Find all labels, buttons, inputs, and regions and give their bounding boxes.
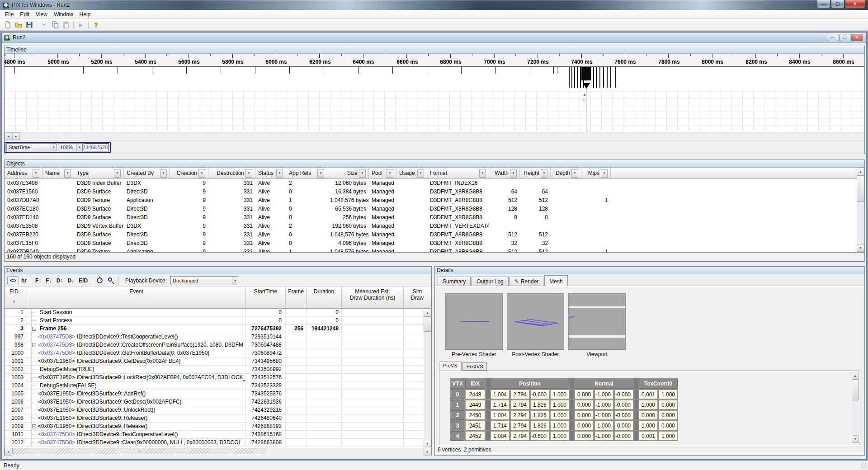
filter-dropdown-icon[interactable] [601,169,608,178]
event-row[interactable]: 1009 <0x037E1950> IDirect3DSurface9::Rel… [5,423,431,431]
objects-column-header[interactable]: Created By [124,168,170,179]
expand-toggle-icon[interactable] [32,361,36,362]
filter-dropdown-icon[interactable] [245,169,252,178]
objects-column-header[interactable]: Size [327,168,369,179]
measured-column-header[interactable]: Measured Est.Draw Duration (ns) [342,287,404,308]
filter-dropdown-icon[interactable] [417,169,424,178]
table-row[interactable]: 0x037E1560D3D9 Surface Direct3D9331 Aliv… [5,188,864,196]
filter-dropdown-icon[interactable] [33,169,39,178]
menu-item[interactable]: Help [76,10,94,19]
table-row[interactable]: 0x037E3508D3D9 Vertex Buffer D3DX9331 Al… [5,222,864,230]
table-row[interactable]: 0x037E15F0D3D9 Surface Direct3D9331 Aliv… [5,239,864,248]
chevron-down-icon[interactable] [232,277,238,285]
filter-dropdown-icon[interactable] [359,169,366,178]
scroll-up-button[interactable] [424,309,431,316]
scroll-up-button[interactable] [857,168,864,175]
copy-pages-icon[interactable] [50,20,61,30]
nav-prev-next-button[interactable]: <> [7,276,19,285]
objects-vscroll-thumb[interactable] [857,175,864,202]
help-question-icon[interactable]: ? [90,20,101,30]
event-row[interactable]: 1 Start Session 0 0 [5,309,431,317]
event-row[interactable]: 1011 <0x037475D8> IDirect3DDevice9::Test… [5,431,431,439]
event-row[interactable]: 1005 <0x037E1950> IDirect3DSurface9::Add… [5,390,431,398]
object-pointer-link[interactable]: <0x037E1950> [38,374,75,381]
object-pointer-link[interactable]: <0x037E1950> [38,406,75,414]
expand-toggle-icon[interactable] [32,424,36,428]
frame-column-header[interactable]: Frame [286,287,307,308]
objects-column-header[interactable]: Pool [369,168,396,179]
table-row[interactable]: 0x037ED140D3D9 Surface Direct3D9331 Aliv… [5,213,864,222]
event-row[interactable]: 1008 <0x037E1950> IDirect3DSurface9::Rel… [5,414,431,423]
objects-column-header[interactable]: Height [520,168,551,179]
expand-toggle-icon[interactable] [32,394,36,394]
details-tab[interactable]: ✎ Render [509,277,544,286]
details-tab[interactable]: ✎ Output Log [472,277,508,286]
expand-toggle-icon[interactable] [32,320,36,321]
timeline-grid[interactable]: * ▽ [5,89,864,132]
play-triangle-icon[interactable]: ▶ [75,20,86,30]
filter-dropdown-icon[interactable] [64,169,71,178]
expand-toggle-icon[interactable] [32,385,36,386]
child-minimize-button[interactable]: — [827,34,838,41]
filter-dropdown-icon[interactable] [387,169,393,178]
draw-down-button[interactable]: D↓ [65,277,76,285]
event-column-header[interactable]: Event [27,287,246,308]
expand-toggle-icon[interactable] [32,369,36,370]
starttime-column-header[interactable]: StartTime [246,287,286,308]
objects-column-header[interactable]: Status [255,168,286,179]
event-row[interactable]: 2 Start Process 0 0 [5,317,431,325]
event-row[interactable]: 1006 <0x037E1950> IDirect3DSurface9::Get… [5,398,431,406]
event-row[interactable]: 1012 <0x037475D8> IDirect3DDevice9::Clea… [5,439,431,447]
objects-column-header[interactable]: Destruction [208,168,255,179]
metric-combo[interactable]: StartTime [6,143,57,151]
object-pointer-link[interactable]: <0x037475D8> [38,439,75,446]
objects-column-header[interactable]: Usage [396,168,427,179]
hr-button[interactable]: hr [19,277,29,285]
scroll-down-button[interactable] [857,244,864,252]
expand-toggle-icon[interactable] [32,337,36,337]
minimize-button[interactable]: — [817,0,830,8]
save-floppy-icon[interactable] [24,20,35,30]
expand-toggle-icon[interactable] [32,343,36,347]
expand-toggle-icon[interactable] [32,377,36,378]
expand-toggle-icon[interactable] [32,402,36,402]
filter-dropdown-icon[interactable] [198,169,205,178]
object-pointer-link[interactable]: <0x037475D8> [38,431,75,438]
vs-tab[interactable]: PostVS [462,362,487,371]
menu-item[interactable]: Window [51,10,76,19]
table-row[interactable]: 0x037EB220D3D9 Surface Direct3D9331 Aliv… [5,230,864,239]
scroll-down-button[interactable] [424,440,431,447]
chevron-down-icon[interactable] [51,144,57,151]
expand-toggle-icon[interactable] [32,353,36,353]
event-row[interactable]: 3 Frame 256 7276475392 256 194421248 [5,325,431,333]
filter-dropdown-icon[interactable] [479,169,486,178]
filter-dropdown-icon[interactable] [541,169,547,178]
expand-toggle-icon[interactable] [32,327,36,331]
details-tab[interactable]: ✎ Summary [438,277,471,286]
objects-column-header[interactable]: Format [427,168,489,179]
object-pointer-link[interactable]: <0x037475D8> [38,333,75,341]
scroll-right-button[interactable] [424,448,431,456]
scroll-left-button[interactable] [5,132,12,140]
expand-toggle-icon[interactable] [32,434,36,435]
scroll-down-button[interactable] [852,435,859,443]
expand-toggle-icon[interactable] [32,418,36,418]
filter-dropdown-icon[interactable] [114,169,121,178]
filter-dropdown-icon[interactable] [160,169,167,178]
expand-toggle-icon[interactable] [32,410,36,410]
object-pointer-link[interactable]: <0x037475D8> [38,349,75,357]
expand-toggle-icon[interactable] [32,442,36,443]
scroll-up-button[interactable] [852,372,859,380]
event-row[interactable]: 997 <0x037475D8> IDirect3DDevice9::TestC… [5,333,431,341]
object-pointer-link[interactable]: <0x037E1950> [38,423,75,430]
cut-scissors-icon[interactable]: ✂ [39,20,50,30]
object-pointer-link[interactable]: <0x037E1950> [38,390,75,398]
event-row[interactable]: 1000 <0x037475D8> IDirect3DDevice9::GetF… [5,349,431,357]
event-row[interactable]: 1003 <0x037E1950> IDirect3DSurface9::Loc… [5,374,431,382]
table-row[interactable]: 0x037EC180D3D9 Surface Direct3D9331 Aliv… [5,205,864,213]
event-row[interactable]: 1004 DebugSetMute(FALSE) 7343523328 [5,382,431,390]
objects-column-header[interactable]: Name [42,168,74,179]
objects-column-header[interactable]: App Refs [286,168,327,179]
expand-toggle-icon[interactable] [32,312,36,313]
filter-dropdown-icon[interactable] [317,169,324,178]
